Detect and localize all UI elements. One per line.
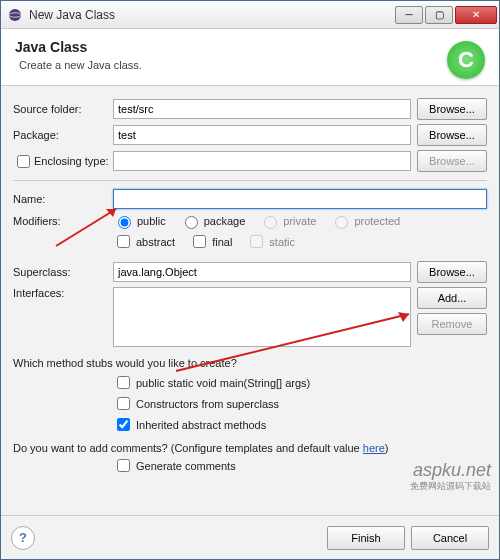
- window-title: New Java Class: [29, 8, 395, 22]
- interfaces-list[interactable]: [113, 287, 411, 347]
- radio-protected: protected: [330, 213, 400, 229]
- stub-constructors-checkbox[interactable]: Constructors from superclass: [113, 394, 487, 413]
- remove-interface-button: Remove: [417, 313, 487, 335]
- browse-source-button[interactable]: Browse...: [417, 98, 487, 120]
- watermark-text: aspku.net: [413, 460, 491, 481]
- header-subtitle: Create a new Java class.: [19, 59, 485, 71]
- stubs-question: Which method stubs would you like to cre…: [13, 357, 487, 369]
- other-modifiers-group: abstract final static: [113, 232, 487, 251]
- radio-package[interactable]: package: [180, 213, 246, 229]
- name-label: Name:: [13, 193, 113, 205]
- package-input[interactable]: [113, 125, 411, 145]
- maximize-button[interactable]: ▢: [425, 6, 453, 24]
- checkbox-static: static: [246, 232, 295, 251]
- minimize-button[interactable]: ─: [395, 6, 423, 24]
- stub-main-checkbox[interactable]: public static void main(String[] args): [113, 373, 487, 392]
- separator: [13, 180, 487, 181]
- svg-point-0: [9, 9, 21, 21]
- titlebar[interactable]: New Java Class ─ ▢ ✕: [1, 1, 499, 29]
- radio-private: private: [259, 213, 316, 229]
- enclosing-type-checkbox[interactable]: [17, 155, 30, 168]
- source-folder-label: Source folder:: [13, 103, 113, 115]
- comments-question: Do you want to add comments? (Configure …: [13, 442, 487, 454]
- name-input[interactable]: [113, 189, 487, 209]
- add-interface-button[interactable]: Add...: [417, 287, 487, 309]
- modifiers-label: Modifiers:: [13, 215, 113, 227]
- dialog-window: New Java Class ─ ▢ ✕ Java Class Create a…: [0, 0, 500, 560]
- watermark-subtext: 免费网站源码下载站: [410, 480, 491, 493]
- class-icon: C: [447, 41, 485, 79]
- close-button[interactable]: ✕: [455, 6, 497, 24]
- dialog-body: Source folder: Browse... Package: Browse…: [1, 86, 499, 515]
- access-modifier-group: public package private protected: [113, 213, 400, 229]
- checkbox-final[interactable]: final: [189, 232, 232, 251]
- eclipse-icon: [7, 7, 23, 23]
- checkbox-abstract[interactable]: abstract: [113, 232, 175, 251]
- help-icon[interactable]: ?: [11, 526, 35, 550]
- enclosing-type-input: [113, 151, 411, 171]
- superclass-input[interactable]: [113, 262, 411, 282]
- interfaces-label: Interfaces:: [13, 287, 113, 299]
- package-label: Package:: [13, 129, 113, 141]
- enclosing-type-label: Enclosing type:: [34, 155, 109, 167]
- superclass-label: Superclass:: [13, 266, 113, 278]
- browse-enclosing-button: Browse...: [417, 150, 487, 172]
- enclosing-type-checkbox-label[interactable]: Enclosing type:: [13, 152, 113, 171]
- radio-public[interactable]: public: [113, 213, 166, 229]
- browse-superclass-button[interactable]: Browse...: [417, 261, 487, 283]
- source-folder-input[interactable]: [113, 99, 411, 119]
- browse-package-button[interactable]: Browse...: [417, 124, 487, 146]
- cancel-button[interactable]: Cancel: [411, 526, 489, 550]
- dialog-header: Java Class Create a new Java class. C: [1, 29, 499, 86]
- stub-inherited-checkbox[interactable]: Inherited abstract methods: [113, 415, 487, 434]
- configure-templates-link[interactable]: here: [363, 442, 385, 454]
- header-title: Java Class: [15, 39, 485, 55]
- finish-button[interactable]: Finish: [327, 526, 405, 550]
- dialog-footer: ? Finish Cancel: [1, 515, 499, 559]
